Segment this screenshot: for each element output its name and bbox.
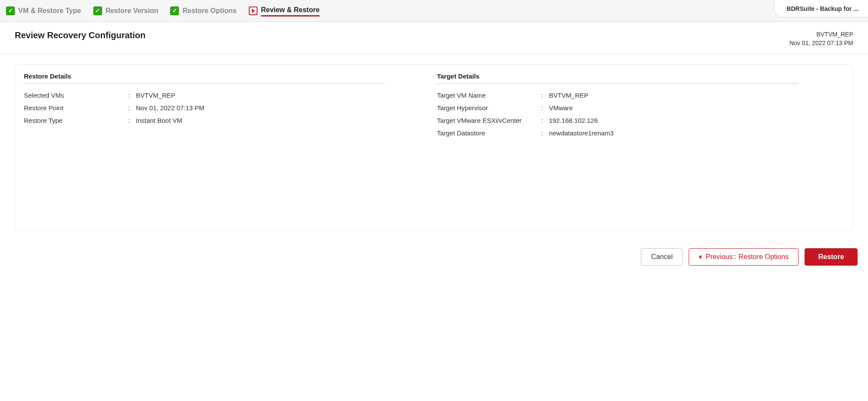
- play-icon: [249, 7, 257, 15]
- kv-label: Selected VMs: [24, 92, 128, 99]
- kv-row: Target VMware ESXi/vCenter : 192.168.102…: [437, 114, 798, 127]
- cancel-button[interactable]: Cancel: [641, 248, 683, 266]
- wizard-step-3[interactable]: ✓ Restore Options: [170, 7, 236, 15]
- kv-label: Restore Point: [24, 104, 128, 112]
- check-icon: ✓: [170, 7, 179, 15]
- page-context: BVTVM_REP Nov 01, 2022 07:13 PM: [789, 30, 853, 47]
- wizard-step-1[interactable]: ✓ VM & Restore Type: [6, 7, 81, 15]
- kv-row: Target Hypervisor : VMware: [437, 102, 798, 114]
- kv-value: 192.168.102.126: [549, 117, 798, 124]
- target-details-header: Target Details: [437, 72, 798, 84]
- page-title: Review Recovery Configuration: [15, 30, 145, 40]
- kv-row: Selected VMs : BVTVM_REP: [24, 89, 385, 102]
- kv-value: newdatastore1renam3: [549, 129, 798, 137]
- kv-label: Target Datastore: [437, 129, 541, 137]
- restore-button-label: Restore: [818, 253, 844, 261]
- kv-row: Target Datastore : newdatastore1renam3: [437, 127, 798, 139]
- kv-label: Target VMware ESXi/vCenter: [437, 117, 541, 124]
- context-name: BVTVM_REP: [789, 30, 853, 39]
- kv-row: Restore Type : Instant Boot VM: [24, 114, 385, 127]
- kv-row: Restore Point : Nov 01, 2022 07:13 PM: [24, 102, 385, 114]
- previous-button[interactable]: Previous:: Restore Options: [689, 248, 799, 266]
- cancel-button-label: Cancel: [651, 253, 673, 261]
- product-tab[interactable]: BDRSuite - Backup for ...: [774, 0, 868, 17]
- review-panel: Restore Details Selected VMs : BVTVM_REP…: [15, 64, 853, 231]
- previous-button-label: Previous:: Restore Options: [706, 253, 789, 261]
- restore-details-header: Restore Details: [24, 72, 385, 84]
- wizard-step-label: Review & Restore: [261, 6, 320, 16]
- wizard-steps: ✓ VM & Restore Type ✓ Restore Version ✓ …: [6, 5, 320, 16]
- wizard-bar: ✓ VM & Restore Type ✓ Restore Version ✓ …: [0, 0, 868, 22]
- footer-actions: Cancel Previous:: Restore Options Restor…: [0, 241, 868, 273]
- kv-value: Nov 01, 2022 07:13 PM: [136, 104, 385, 112]
- kv-sep: :: [541, 117, 549, 124]
- kv-sep: :: [541, 92, 549, 99]
- kv-value: Instant Boot VM: [136, 117, 385, 124]
- wizard-step-2[interactable]: ✓ Restore Version: [93, 7, 158, 15]
- target-details-column: Target Details Target VM Name : BVTVM_RE…: [437, 72, 798, 139]
- page-header: Review Recovery Configuration BVTVM_REP …: [0, 22, 868, 54]
- caret-left-icon: [699, 255, 701, 259]
- wizard-step-label: Restore Version: [106, 7, 158, 15]
- kv-label: Restore Type: [24, 117, 128, 124]
- kv-label: Target Hypervisor: [437, 104, 541, 112]
- context-time: Nov 01, 2022 07:13 PM: [789, 39, 853, 48]
- kv-sep: :: [541, 104, 549, 112]
- kv-value: BVTVM_REP: [136, 92, 385, 99]
- kv-sep: :: [541, 129, 549, 137]
- check-icon: ✓: [6, 7, 15, 15]
- kv-row: Target VM Name : BVTVM_REP: [437, 89, 798, 102]
- wizard-step-label: VM & Restore Type: [18, 7, 81, 15]
- restore-details-column: Restore Details Selected VMs : BVTVM_REP…: [24, 72, 385, 139]
- kv-value: BVTVM_REP: [549, 92, 798, 99]
- kv-label: Target VM Name: [437, 92, 541, 99]
- content: Restore Details Selected VMs : BVTVM_REP…: [0, 54, 868, 241]
- kv-value: VMware: [549, 104, 798, 112]
- kv-sep: :: [128, 104, 136, 112]
- wizard-step-4[interactable]: Review & Restore: [249, 5, 320, 16]
- kv-sep: :: [128, 117, 136, 124]
- kv-sep: :: [128, 92, 136, 99]
- wizard-step-label: Restore Options: [182, 7, 236, 15]
- product-tab-label: BDRSuite - Backup for ...: [786, 5, 858, 12]
- check-icon: ✓: [93, 7, 102, 15]
- restore-button[interactable]: Restore: [805, 248, 858, 266]
